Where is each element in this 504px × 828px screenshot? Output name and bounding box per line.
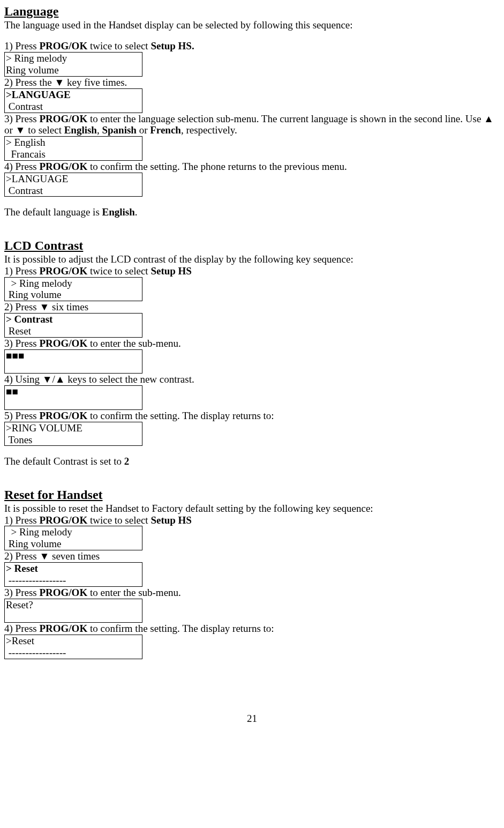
lcd-line <box>6 361 141 373</box>
lcd-line: Ring volume <box>6 64 141 76</box>
t: or <box>137 124 150 136</box>
t: , respectively. <box>181 124 237 136</box>
t: to confirm the setting. The display retu… <box>87 410 274 421</box>
step-3-2: 2) Press ▼ seven times <box>4 550 500 562</box>
lcd-line: ----------------- <box>6 575 141 586</box>
page-number: 21 <box>4 713 500 725</box>
lcd-box: Reset? <box>4 599 142 623</box>
lcd-box: ■■ <box>4 385 142 410</box>
t-b: PROG/OK <box>39 587 87 598</box>
t: 4) Press <box>4 161 39 172</box>
lcd-line: >LANGUAGE <box>6 89 141 101</box>
t-b: French <box>150 124 181 136</box>
t-b: PROG/OK <box>39 338 87 349</box>
text-language-default: The default language is English. <box>4 206 500 218</box>
lcd-line: ----------------- <box>6 647 141 659</box>
t-b: PROG/OK <box>39 410 87 421</box>
lcd-line: ■■ <box>6 386 141 398</box>
t-b: 2 <box>124 456 130 467</box>
text-contrast-default: The default Contrast is set to 2 <box>4 456 500 467</box>
t: 1) Press <box>4 265 39 277</box>
t: 1) Press <box>4 514 39 526</box>
step-2-5: 5) Press PROG/OK to confirm the setting.… <box>4 410 500 422</box>
step-2-4: 4) Using ▼/▲ keys to select the new cont… <box>4 374 500 385</box>
t-b: PROG/OK <box>39 623 87 634</box>
lcd-box: >RING VOLUME Tones <box>4 422 142 446</box>
lcd-line: >RING VOLUME <box>6 422 141 434</box>
lcd-line: Tones <box>6 434 141 446</box>
t: to enter the sub-menu. <box>87 587 181 598</box>
heading-lcd-contrast: LCD Contrast <box>4 238 500 253</box>
lcd-box: > Ring melody Ring volume <box>4 526 142 550</box>
lcd-line: ■■■ <box>6 350 141 362</box>
step-2-1: 1) Press PROG/OK twice to select Setup H… <box>4 265 500 277</box>
t: 3) Press <box>4 338 39 349</box>
t: The default language is <box>4 206 102 218</box>
lcd-line: >Reset <box>6 635 141 647</box>
lcd-line: > Reset <box>6 563 141 575</box>
t-b: PROG/OK <box>39 113 87 124</box>
text-contrast-intro: It is possible to adjust the LCD contras… <box>4 253 500 265</box>
lcd-box: > Ring melody Ring volume <box>4 52 142 77</box>
t-b: English <box>64 124 97 136</box>
t-b: PROG/OK <box>39 40 87 51</box>
t-b: PROG/OK <box>39 161 87 172</box>
t: to enter the sub-menu. <box>87 338 181 349</box>
lcd-line: Contrast <box>6 101 141 113</box>
t: to confirm the setting. The phone return… <box>87 161 347 172</box>
step-2-3: 3) Press PROG/OK to enter the sub-menu. <box>4 338 500 349</box>
t-b: Setup HS <box>151 514 192 526</box>
lcd-line: Contrast <box>6 185 141 197</box>
lcd-line <box>6 398 141 409</box>
t-b: PROG/OK <box>39 265 87 277</box>
lcd-line: Ring volume <box>6 289 141 301</box>
lcd-box: > English Francais <box>4 136 142 161</box>
t: 5) Press <box>4 410 39 421</box>
lcd-line: > Contrast <box>6 314 141 325</box>
lcd-line: >LANGUAGE <box>6 173 141 185</box>
step-2-2: 2) Press ▼ six times <box>4 301 500 313</box>
lcd-box: ■■■ <box>4 349 142 374</box>
lcd-box: > Contrast Reset <box>4 313 142 338</box>
t-b: Setup HS <box>151 265 192 277</box>
t-b: Setup HS. <box>151 40 194 51</box>
heading-language: Language <box>4 4 500 19</box>
t-b: Spanish <box>102 124 136 136</box>
text-reset-intro: It is possible to reset the Handset to F… <box>4 503 500 514</box>
t-b: English <box>102 206 135 218</box>
step-3-1: 1) Press PROG/OK twice to select Setup H… <box>4 514 500 526</box>
step-1-1: 1) Press PROG/OK twice to select Setup H… <box>4 40 500 52</box>
lcd-box: >LANGUAGE Contrast <box>4 173 142 197</box>
lcd-line: > Ring melody <box>6 53 141 64</box>
step-3-4: 4) Press PROG/OK to confirm the setting.… <box>4 623 500 635</box>
t: , <box>97 124 102 136</box>
t: 4) Press <box>4 623 39 634</box>
step-1-2: 2) Press the ▼ key five times. <box>4 77 500 88</box>
lcd-line: Reset? <box>6 599 141 611</box>
lcd-box: >Reset ----------------- <box>4 635 142 659</box>
text-language-intro: The language used in the Handset display… <box>4 19 500 31</box>
t: to confirm the setting. The display retu… <box>87 623 274 634</box>
lcd-line: Francais <box>6 148 141 160</box>
lcd-line <box>6 610 141 622</box>
step-3-3: 3) Press PROG/OK to enter the sub-menu. <box>4 587 500 599</box>
t: 3) Press <box>4 587 39 598</box>
step-1-3: 3) Press PROG/OK to enter the language s… <box>4 113 500 137</box>
lcd-line: > Ring melody <box>6 278 141 289</box>
t: The default Contrast is set to <box>4 456 124 467</box>
step-1-4: 4) Press PROG/OK to confirm the setting.… <box>4 161 500 173</box>
t: twice to select <box>87 514 151 526</box>
t: 3) Press <box>4 113 39 124</box>
lcd-line: Reset <box>6 325 141 337</box>
lcd-line: Ring volume <box>6 538 141 550</box>
t: twice to select <box>87 40 151 51</box>
lcd-line: > Ring melody <box>6 526 141 538</box>
lcd-box: > Reset ----------------- <box>4 562 142 587</box>
lcd-box: > Ring melody Ring volume <box>4 277 142 302</box>
t: 1) Press <box>4 40 39 51</box>
lcd-box: >LANGUAGE Contrast <box>4 88 142 113</box>
heading-reset-handset: Reset for Handset <box>4 488 500 503</box>
t-b: PROG/OK <box>39 514 87 526</box>
lcd-line: > English <box>6 137 141 148</box>
t: twice to select <box>87 265 151 277</box>
